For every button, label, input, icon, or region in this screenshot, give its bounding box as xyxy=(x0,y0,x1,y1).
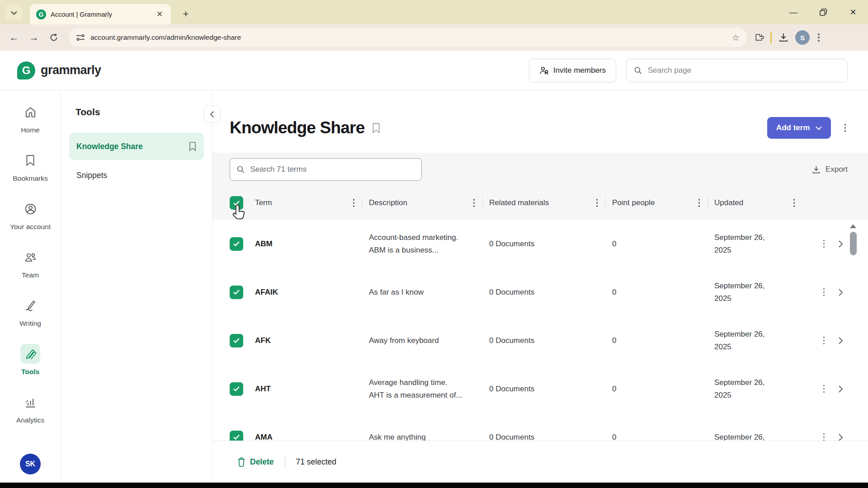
grammarly-g-icon: G xyxy=(17,61,35,80)
table-row[interactable]: AMA Ask me anything 0 Documents 0 Septem… xyxy=(212,413,868,441)
column-menu-kebab[interactable] xyxy=(472,197,477,209)
invite-members-label: Invite members xyxy=(553,66,606,75)
site-info-icon[interactable] xyxy=(76,33,85,42)
chevron-right-icon[interactable] xyxy=(838,240,843,248)
table-row[interactable]: AFK Away from keyboard 0 Documents 0 Sep… xyxy=(212,316,868,365)
description-cell: As far as I know xyxy=(363,286,483,298)
rail-item-bookmarks[interactable]: Bookmarks xyxy=(0,150,61,199)
rail-item-tools[interactable]: Tools xyxy=(0,344,61,392)
chevron-down-icon xyxy=(816,126,822,130)
extensions-icon[interactable] xyxy=(754,33,764,42)
materials-cell: 0 Documents xyxy=(483,433,606,441)
row-checkbox[interactable] xyxy=(230,334,243,347)
description-cell: Account-based marketing. ABM is a busine… xyxy=(363,231,483,256)
window-minimize-button[interactable]: — xyxy=(785,5,802,20)
term-search-field[interactable] xyxy=(230,158,422,181)
table-body: ABM Account-based marketing. ABM is a bu… xyxy=(212,220,868,441)
search-icon xyxy=(634,66,642,75)
column-header-point-people[interactable]: Point people xyxy=(612,198,655,207)
column-menu-kebab[interactable] xyxy=(697,197,702,209)
writing-icon xyxy=(24,300,37,312)
row-checkbox[interactable] xyxy=(230,431,243,441)
forward-icon[interactable]: → xyxy=(25,29,42,46)
bookmark-icon[interactable] xyxy=(189,141,197,151)
row-menu-kebab[interactable] xyxy=(821,383,827,395)
term-search-input[interactable] xyxy=(250,165,415,174)
row-menu-kebab[interactable] xyxy=(821,432,827,441)
row-menu-kebab[interactable] xyxy=(821,286,827,298)
rail-item-analytics[interactable]: Analytics xyxy=(0,392,61,441)
analytics-icon xyxy=(24,396,37,408)
column-menu-kebab[interactable] xyxy=(351,197,357,209)
browser-menu-kebab[interactable] xyxy=(816,32,821,43)
mouse-cursor-pointer xyxy=(231,204,246,221)
table-row[interactable]: AFAIK As far as I know 0 Documents 0 Sep… xyxy=(212,268,868,316)
page-search-input[interactable] xyxy=(648,66,840,75)
sidebar-item-knowledge-share[interactable]: Knowledge Share xyxy=(69,133,204,160)
rail-item-writing[interactable]: Writing xyxy=(0,296,61,344)
column-header-term[interactable]: Term xyxy=(255,198,272,207)
sidebar-collapse-button[interactable] xyxy=(203,106,221,123)
rail-item-team[interactable]: Team xyxy=(0,247,61,296)
row-checkbox[interactable] xyxy=(230,286,243,299)
url-text[interactable]: account.grammarly.com/admin/knowledge-sh… xyxy=(90,33,726,42)
column-menu-kebab[interactable] xyxy=(594,197,600,209)
reload-icon[interactable] xyxy=(45,29,62,46)
materials-cell: 0 Documents xyxy=(483,385,606,394)
column-header-related-materials[interactable]: Related materials xyxy=(489,198,549,207)
column-menu-kebab[interactable] xyxy=(792,197,797,209)
user-avatar[interactable]: SK xyxy=(20,454,41,474)
export-button[interactable]: Export xyxy=(811,165,848,174)
window-restore-button[interactable] xyxy=(815,5,832,20)
sidebar-item-snippets[interactable]: Snippets xyxy=(69,162,204,189)
restore-icon xyxy=(820,9,827,16)
scroll-up-arrow[interactable] xyxy=(850,224,856,228)
browser-toolbar: ← → account.grammarly.com/admin/knowledg… xyxy=(0,24,868,51)
page-search-field[interactable] xyxy=(626,59,848,82)
add-term-button[interactable]: Add term xyxy=(767,117,831,139)
chevron-down-icon xyxy=(11,11,17,15)
brand-wordmark: grammarly xyxy=(41,63,101,77)
chevron-left-icon xyxy=(210,111,214,118)
new-tab-button[interactable]: + xyxy=(179,7,193,21)
scrollbar-thumb[interactable] xyxy=(850,232,857,255)
row-checkbox[interactable] xyxy=(230,237,243,251)
rail-item-your-account[interactable]: Your account xyxy=(0,199,61,247)
browser-tab-active[interactable]: G Account | Grammarly ✕ xyxy=(30,4,171,24)
chevron-right-icon[interactable] xyxy=(838,337,843,345)
bookmark-icon[interactable] xyxy=(372,122,381,134)
row-menu-kebab[interactable] xyxy=(821,238,827,250)
grammarly-logo[interactable]: G grammarly xyxy=(17,61,101,80)
updated-cell: September 26, 2025 xyxy=(708,280,803,304)
account-icon xyxy=(24,203,37,215)
download-icon[interactable] xyxy=(778,32,789,43)
table-scrollbar[interactable] xyxy=(849,224,857,255)
back-icon[interactable]: ← xyxy=(5,29,23,46)
chevron-right-icon[interactable] xyxy=(838,288,843,296)
tab-search-button[interactable] xyxy=(5,5,23,21)
url-bar[interactable]: account.grammarly.com/admin/knowledge-sh… xyxy=(69,28,747,47)
rail-item-home[interactable]: Home xyxy=(0,102,61,150)
term-cell: ABM xyxy=(255,239,363,249)
materials-cell: 0 Documents xyxy=(483,239,606,249)
column-header-description[interactable]: Description xyxy=(369,198,407,207)
table-row[interactable]: AHT Average handling time. AHT is a meas… xyxy=(212,365,868,413)
column-header-updated[interactable]: Updated xyxy=(714,198,743,207)
materials-cell: 0 Documents xyxy=(483,336,606,345)
row-menu-kebab[interactable] xyxy=(821,335,827,347)
row-checkbox[interactable] xyxy=(230,382,243,396)
table-toolbar-panel: Export Term Description Related material… xyxy=(212,153,868,220)
browser-profile-avatar[interactable]: S xyxy=(795,30,810,45)
bookmark-star-icon[interactable]: ☆ xyxy=(732,33,740,43)
page-menu-kebab[interactable] xyxy=(843,122,848,134)
trash-icon xyxy=(237,457,245,467)
delete-button[interactable]: Delete xyxy=(237,457,274,467)
window-close-button[interactable]: ✕ xyxy=(844,5,862,20)
chevron-right-icon[interactable] xyxy=(838,385,843,393)
invite-members-button[interactable]: Invite members xyxy=(529,59,616,82)
table-row[interactable]: ABM Account-based marketing. ABM is a bu… xyxy=(212,220,868,268)
tab-close-icon[interactable]: ✕ xyxy=(155,9,165,19)
term-cell: AFK xyxy=(255,336,363,345)
updated-cell: September 26, 2025 xyxy=(708,328,803,352)
chevron-right-icon[interactable] xyxy=(838,433,843,441)
